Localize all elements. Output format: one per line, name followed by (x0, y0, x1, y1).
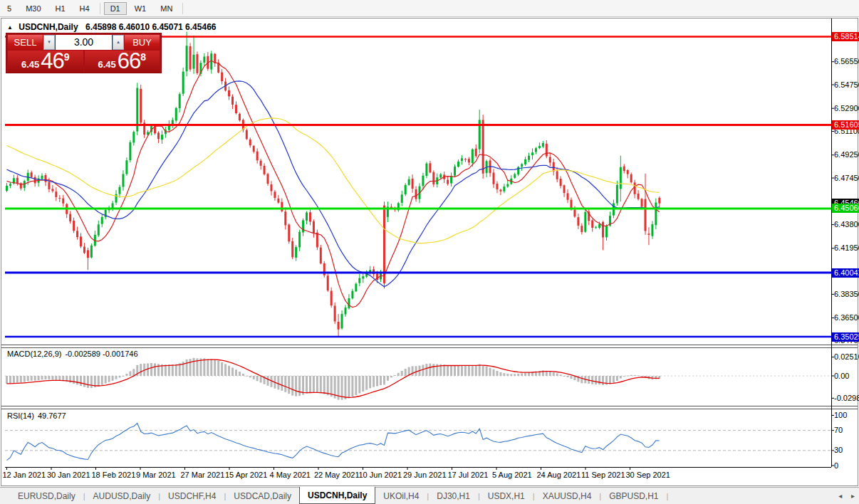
date-tick-label: 5 Aug 2021 (492, 471, 532, 479)
sell-price-big: 46 (41, 51, 63, 73)
price-tick-label: 6.56550 (834, 57, 859, 66)
buy-price-prefix: 6.45 (98, 59, 115, 70)
volume-increase-button[interactable]: ▴ (113, 35, 124, 50)
chart-tab-xauusd-h4[interactable]: XAUUSD,H4 (535, 488, 600, 504)
level-price-label-green: 6.45060 (832, 204, 859, 213)
date-tick-label: 12 Jan 2021 (3, 471, 46, 479)
timeframe-button-w1[interactable]: W1 (128, 2, 153, 15)
chart-tab-audusd-daily[interactable]: AUDUSD,Daily (85, 488, 159, 504)
volume-input[interactable]: 3.00 (56, 35, 112, 50)
toolbar-separator (182, 3, 183, 14)
rsi-indicator-label: RSI(14)49.7677 (7, 411, 66, 420)
chart-tab-eurusd-daily[interactable]: EURUSD,Daily (10, 488, 83, 504)
date-tick-label: 24 Aug 2021 (537, 471, 581, 479)
timeframe-button-h1[interactable]: H1 (49, 2, 72, 15)
date-tick-label: 30 Jan 2021 (47, 471, 90, 479)
chart-tab-dj30-h1[interactable]: DJ30,H1 (429, 488, 478, 504)
date-tick-label: 10 Jun 2021 (359, 471, 402, 479)
rsi-tick-label: 30 (834, 446, 843, 455)
chart-tab-usdx-h1[interactable]: USDX,H1 (480, 488, 533, 504)
price-tick-label: 6.54750 (834, 80, 859, 90)
date-tick-label: 4 May 2021 (270, 471, 311, 479)
date-tick-label: 17 Jul 2021 (448, 471, 489, 479)
date-tick-label: 27 Mar 2021 (181, 471, 225, 479)
buy-price-button[interactable]: 6.45 66 8 (85, 51, 160, 73)
buy-button[interactable]: BUY (125, 35, 160, 50)
rsi-name: RSI(14) (7, 411, 34, 420)
price-tick-label: 6.49250 (834, 150, 859, 159)
date-tick-label: 11 Sep 2021 (581, 471, 625, 479)
chart-title: ▲ USDCNH,Daily 6.45898 6.46010 6.45071 6… (7, 22, 216, 32)
timeframe-button-mn[interactable]: MN (154, 2, 179, 15)
sell-price-prefix: 6.45 (21, 59, 39, 70)
buy-price-pip: 8 (140, 51, 146, 73)
tab-separator: | (667, 492, 669, 500)
price-tick-label: 6.36500 (834, 313, 859, 322)
macd-name: MACD(12,26,9) (7, 350, 61, 358)
level-price-label-red: 6.51605 (832, 120, 859, 130)
chart-tab-ukoil-h4[interactable]: UKOil,H4 (375, 488, 427, 504)
volume-decrease-button[interactable]: ▾ (43, 35, 55, 50)
timeframe-button-5[interactable]: 5 (1, 2, 18, 15)
chart-tab-gbpusd-h1[interactable]: GBPUSD,H1 (601, 488, 666, 504)
macd-tick-label: 0.00 (834, 372, 849, 381)
tab-scroll-left-icon[interactable]: ◂ (838, 492, 842, 500)
price-tick-label: 6.43800 (834, 220, 859, 229)
chart-tabs: EURUSD,Daily|AUDUSD,Daily|USDCHF,H4|USDC… (0, 488, 668, 504)
price-tick-label: 6.38350 (834, 290, 859, 299)
tab-scroll-arrows: ◂ ▸ (831, 492, 855, 500)
timeframe-toolbar: 5M30H1H4D1W1MN (0, 0, 859, 17)
date-tick-label: 18 Feb 2021 (92, 471, 136, 479)
macd-tick-label: 0.025108 (834, 352, 859, 362)
price-tick-label: 6.52900 (834, 104, 859, 113)
tab-scroll-right-icon[interactable]: ▸ (851, 492, 855, 500)
timeframe-button-h4[interactable]: H4 (73, 2, 96, 15)
sell-button[interactable]: SELL (8, 35, 43, 50)
symbol-period-label: USDCNH,Daily (19, 22, 78, 32)
date-tick-label: 30 Sep 2021 (626, 471, 670, 479)
chart-tab-usdcad-daily[interactable]: USDCAD,Daily (226, 488, 299, 504)
sell-price-button[interactable]: 6.45 46 9 (8, 51, 83, 73)
chart-tab-usdchf-h4[interactable]: USDCHF,H4 (160, 488, 224, 504)
price-tick-label: 6.41950 (834, 243, 859, 253)
macd-tick-label: -0.02988 (834, 394, 859, 403)
rsi-tick-label: 100 (834, 411, 847, 420)
date-tick-label: 22 May 2021 (314, 471, 360, 479)
toolbar-separator (100, 3, 100, 14)
collapse-triangle-icon[interactable]: ▲ (7, 24, 13, 31)
sell-price-pip: 9 (64, 51, 70, 73)
rsi-tick-label: 0 (834, 461, 838, 471)
level-price-label-red: 6.58514 (832, 32, 859, 41)
timeframe-button-m30[interactable]: M30 (19, 2, 47, 15)
chart-tab-usdcnh-daily[interactable]: USDCNH,Daily (299, 487, 375, 504)
chart-tabs-bar: EURUSD,Daily|AUDUSD,Daily|USDCHF,H4|USDC… (0, 487, 859, 504)
ohlc-quote-label: 6.45898 6.46010 6.45071 6.45466 (85, 22, 217, 32)
rsi-tick-label: 70 (834, 426, 843, 435)
date-tick-label: 9 Mar 2021 (136, 471, 176, 479)
one-click-trading-panel: SELL ▾ 3.00 ▴ BUY 6.45 46 9 6.45 66 8 (6, 33, 162, 73)
level-price-label-blue: 6.35025 (832, 332, 859, 342)
timeframe-button-d1[interactable]: D1 (104, 2, 127, 15)
rsi-value: 49.7677 (38, 411, 66, 420)
price-tick-label: 6.47450 (834, 174, 859, 183)
macd-values: -0.002589 -0.001746 (65, 350, 137, 358)
date-tick-label: 15 Apr 2021 (225, 471, 267, 479)
date-tick-label: 29 Jun 2021 (403, 471, 447, 479)
chart-area[interactable]: ▲ USDCNH,Daily 6.45898 6.46010 6.45071 6… (0, 0, 859, 487)
macd-indicator-label: MACD(12,26,9)-0.002589 -0.001746 (7, 350, 138, 358)
buy-price-big: 66 (118, 51, 140, 73)
level-price-label-blue: 6.40042 (832, 268, 859, 278)
